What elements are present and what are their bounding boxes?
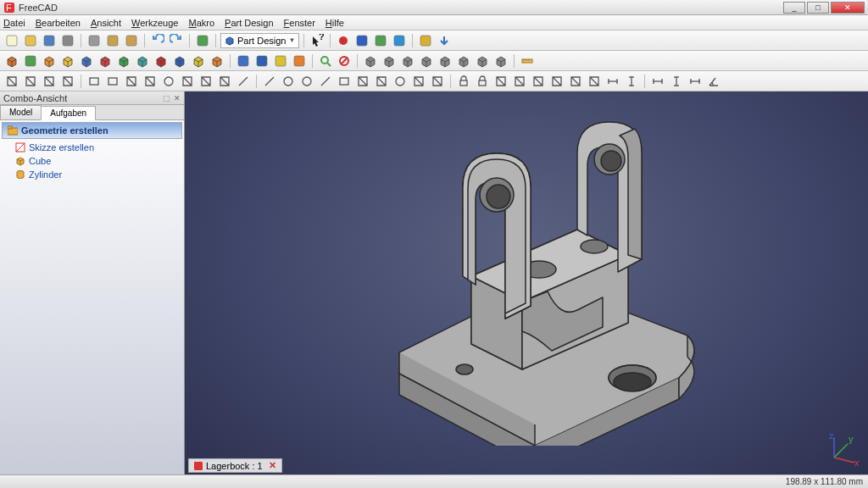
- open-doc-button[interactable]: [22, 32, 39, 49]
- task-item-cube[interactable]: Cube: [0, 154, 184, 168]
- pin-c-button[interactable]: [474, 73, 491, 90]
- cube-green-button[interactable]: [115, 53, 132, 69]
- bottom-view-button[interactable]: [455, 53, 472, 69]
- menu-bearbeiten[interactable]: Bearbeiten: [36, 18, 81, 28]
- refresh-button[interactable]: [194, 32, 211, 49]
- dist-v-button[interactable]: [668, 73, 685, 90]
- box-solid-button[interactable]: [3, 53, 20, 69]
- polyline-button[interactable]: [317, 73, 334, 90]
- cube-blue2-button[interactable]: [171, 53, 188, 69]
- menu-hilfe[interactable]: Hilfe: [326, 18, 344, 28]
- trim-button[interactable]: [373, 73, 390, 90]
- groove-button[interactable]: [142, 73, 159, 90]
- redo-button[interactable]: [168, 32, 185, 49]
- angle-button[interactable]: [705, 73, 722, 90]
- sketch-new-button[interactable]: [3, 73, 20, 90]
- close-button[interactable]: ✕: [831, 2, 865, 14]
- dist-h-button[interactable]: [649, 73, 666, 90]
- zoom-button[interactable]: [317, 53, 334, 69]
- ext-geom-button[interactable]: [410, 73, 427, 90]
- paste-button[interactable]: [123, 32, 140, 49]
- cube-orange2-button[interactable]: [209, 53, 225, 69]
- chamfer-button[interactable]: [179, 73, 196, 90]
- lock-c-button[interactable]: [455, 73, 472, 90]
- linear-pattern-button[interactable]: [235, 73, 252, 90]
- play-macro-button[interactable]: [391, 32, 408, 49]
- menu-werkzeuge[interactable]: Werkzeuge: [131, 18, 178, 28]
- symm-button[interactable]: [586, 73, 603, 90]
- cube-blue-button[interactable]: [78, 53, 95, 69]
- cut-button[interactable]: [86, 32, 103, 49]
- panel-blue-button[interactable]: [253, 53, 270, 69]
- vert-button[interactable]: [623, 73, 640, 90]
- copy-button[interactable]: [104, 32, 121, 49]
- panel-pin-icon[interactable]: ⬚: [163, 94, 170, 103]
- minimize-button[interactable]: _: [783, 2, 805, 14]
- panel-orange-button[interactable]: [291, 53, 308, 69]
- cube-orange-button[interactable]: [41, 53, 58, 69]
- menu-datei[interactable]: Datei: [3, 18, 25, 28]
- axon-view-button[interactable]: [492, 53, 509, 69]
- iso-view-button[interactable]: [362, 53, 379, 69]
- arc-button[interactable]: [280, 73, 297, 90]
- mirror-button[interactable]: [216, 73, 233, 90]
- print-button[interactable]: [59, 32, 76, 49]
- panel-grid-button[interactable]: [235, 53, 252, 69]
- right-view-button[interactable]: [418, 53, 435, 69]
- pad-button[interactable]: [86, 73, 103, 90]
- task-item-zylinder[interactable]: Zylinder: [0, 168, 184, 181]
- sketch-edit-button[interactable]: [22, 73, 39, 90]
- menu-makro[interactable]: Makro: [188, 18, 214, 28]
- back-view-button[interactable]: [437, 53, 453, 69]
- maximize-button[interactable]: □: [807, 2, 829, 14]
- task-header[interactable]: Geometrie erstellen: [2, 122, 182, 139]
- fillet-button[interactable]: [160, 73, 177, 90]
- revolve-button[interactable]: [123, 73, 140, 90]
- construct-button[interactable]: [429, 73, 446, 90]
- draft-button[interactable]: [198, 73, 214, 90]
- 3d-viewport[interactable]: x y z Lagerbock : 1 ✕: [185, 92, 868, 474]
- measure-button[interactable]: [519, 53, 536, 69]
- menu-fenster[interactable]: Fenster: [284, 18, 315, 28]
- record-macro-button[interactable]: [335, 32, 352, 49]
- lock-refresh-button[interactable]: [417, 32, 434, 49]
- send-button[interactable]: [22, 53, 39, 69]
- rect-button[interactable]: [336, 73, 353, 90]
- coincident-button[interactable]: [492, 73, 509, 90]
- no-symbol-button[interactable]: [336, 53, 353, 69]
- sketch-map-button[interactable]: [41, 73, 58, 90]
- equal-button[interactable]: [567, 73, 584, 90]
- length-button[interactable]: [687, 73, 704, 90]
- top-view-button[interactable]: [399, 53, 416, 69]
- panel-yellow-button[interactable]: [272, 53, 289, 69]
- save-doc-button[interactable]: [41, 32, 58, 49]
- sketch-leave-button[interactable]: [59, 73, 76, 90]
- cube-layers-button[interactable]: [59, 53, 76, 69]
- document-tab[interactable]: Lagerbock : 1 ✕: [188, 458, 282, 473]
- perp-button[interactable]: [530, 73, 547, 90]
- front-view-button[interactable]: [381, 53, 398, 69]
- down-arrow-button[interactable]: [436, 32, 453, 49]
- panel-close-icon[interactable]: ✕: [174, 94, 181, 103]
- menu-partdesign[interactable]: Part Design: [225, 18, 273, 28]
- fillet-sk-button[interactable]: [392, 73, 409, 90]
- new-doc-button[interactable]: [3, 32, 20, 49]
- circle-button[interactable]: [298, 73, 315, 90]
- horiz-button[interactable]: [604, 73, 621, 90]
- menu-ansicht[interactable]: Ansicht: [91, 18, 121, 28]
- workbench-selector[interactable]: Part Design▼: [220, 33, 299, 48]
- macro-list-button[interactable]: [372, 32, 389, 49]
- whats-this-button[interactable]: ?: [309, 32, 326, 49]
- tangent-button[interactable]: [548, 73, 565, 90]
- slot-button[interactable]: [354, 73, 371, 90]
- task-item-skizze[interactable]: Skizze erstellen: [0, 141, 184, 154]
- pocket-button[interactable]: [104, 73, 121, 90]
- undo-button[interactable]: [149, 32, 166, 49]
- tab-aufgaben[interactable]: Aufgaben: [41, 106, 96, 120]
- stop-macro-button[interactable]: [353, 32, 370, 49]
- cube-teal-button[interactable]: [134, 53, 151, 69]
- left-view-button[interactable]: [474, 53, 491, 69]
- line-button[interactable]: [261, 73, 278, 90]
- cube-red-button[interactable]: [97, 53, 114, 69]
- cube-yellow-button[interactable]: [190, 53, 207, 69]
